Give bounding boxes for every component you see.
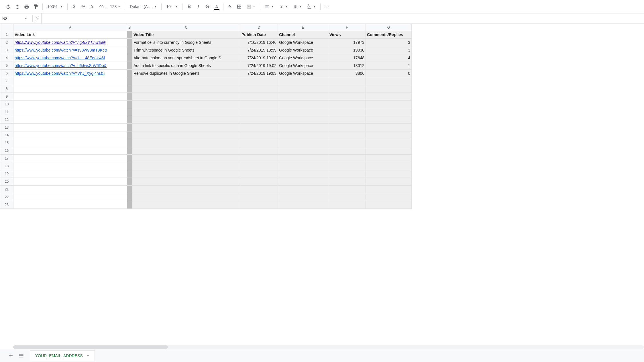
column-header[interactable]: F xyxy=(328,24,366,31)
cell[interactable]: 7/16/2019 16:46 xyxy=(240,39,278,46)
decrease-decimal-button[interactable]: .0← xyxy=(88,2,97,11)
cell[interactable] xyxy=(240,85,278,93)
cell[interactable] xyxy=(240,124,278,131)
cell[interactable] xyxy=(127,62,132,70)
cell[interactable]: 3806 xyxy=(328,70,366,77)
cell[interactable] xyxy=(127,155,132,162)
text-color-button[interactable]: A xyxy=(212,2,221,11)
cell[interactable] xyxy=(240,155,278,162)
cell[interactable] xyxy=(366,155,412,162)
cell[interactable] xyxy=(366,124,412,131)
cell[interactable]: 3 xyxy=(366,46,412,54)
cell[interactable]: 1 xyxy=(366,62,412,70)
cell[interactable] xyxy=(240,101,278,108)
cell[interactable]: Google Workspace xyxy=(278,54,328,62)
cell[interactable]: Google Workspace xyxy=(278,62,328,70)
cell[interactable] xyxy=(127,193,132,201)
cell[interactable] xyxy=(240,93,278,101)
row-header[interactable]: 22 xyxy=(0,193,13,201)
row-header[interactable]: 14 xyxy=(0,131,13,139)
zoom-select[interactable]: 100% ▼ xyxy=(45,2,65,11)
cell[interactable] xyxy=(132,170,240,178)
cell[interactable] xyxy=(278,147,328,155)
row-header[interactable]: 11 xyxy=(0,108,13,116)
merge-cells-button[interactable]: ▼ xyxy=(244,2,258,11)
row-header[interactable]: 13 xyxy=(0,124,13,131)
cell[interactable] xyxy=(127,46,132,54)
cell[interactable] xyxy=(240,170,278,178)
column-header[interactable]: G xyxy=(366,24,412,31)
cell[interactable] xyxy=(127,101,132,108)
text-rotation-button[interactable]: ▼ xyxy=(305,2,318,11)
cell[interactable]: https://www.youtube.com/watch?v=b6dwsShV… xyxy=(13,62,127,70)
cell[interactable] xyxy=(328,131,366,139)
row-header[interactable]: 20 xyxy=(0,178,13,186)
cell[interactable] xyxy=(278,93,328,101)
cell[interactable] xyxy=(13,155,127,162)
cell[interactable] xyxy=(13,201,127,209)
cell[interactable] xyxy=(366,77,412,85)
cell[interactable] xyxy=(13,93,127,101)
cell[interactable] xyxy=(13,193,127,201)
row-header[interactable]: 15 xyxy=(0,139,13,147)
cell[interactable] xyxy=(278,201,328,209)
cell[interactable]: Google Workspace xyxy=(278,46,328,54)
cell[interactable]: Publish Date xyxy=(240,31,278,39)
cell[interactable] xyxy=(132,131,240,139)
cell[interactable] xyxy=(127,201,132,209)
row-header[interactable]: 3 xyxy=(0,46,13,54)
row-header[interactable]: 9 xyxy=(0,93,13,101)
cell[interactable] xyxy=(127,170,132,178)
cell[interactable] xyxy=(13,124,127,131)
cell[interactable] xyxy=(132,85,240,93)
cell[interactable] xyxy=(127,186,132,193)
cell[interactable] xyxy=(127,147,132,155)
cell[interactable]: 0 xyxy=(366,70,412,77)
cell[interactable] xyxy=(328,162,366,170)
cell[interactable] xyxy=(366,147,412,155)
cell[interactable] xyxy=(366,193,412,201)
cell[interactable] xyxy=(13,77,127,85)
cell[interactable] xyxy=(127,178,132,186)
cell[interactable] xyxy=(127,54,132,62)
cell[interactable] xyxy=(278,124,328,131)
column-header[interactable]: E xyxy=(278,24,328,31)
cell[interactable] xyxy=(13,170,127,178)
cell[interactable] xyxy=(328,116,366,124)
cell[interactable] xyxy=(278,178,328,186)
undo-button[interactable] xyxy=(4,2,13,11)
percent-button[interactable]: % xyxy=(79,2,88,11)
cell[interactable]: 17973 xyxy=(328,39,366,46)
cell[interactable] xyxy=(132,124,240,131)
cell[interactable] xyxy=(278,116,328,124)
cell[interactable]: Video Link xyxy=(13,31,127,39)
cell[interactable] xyxy=(132,186,240,193)
cell[interactable]: Google Workspace xyxy=(278,39,328,46)
print-button[interactable] xyxy=(22,2,31,11)
cell[interactable] xyxy=(328,186,366,193)
cell[interactable]: 17648 xyxy=(328,54,366,62)
cell[interactable] xyxy=(328,77,366,85)
cell[interactable] xyxy=(127,85,132,93)
cell[interactable] xyxy=(366,93,412,101)
cell[interactable] xyxy=(366,101,412,108)
row-header[interactable]: 2 xyxy=(0,39,13,46)
cell[interactable] xyxy=(132,77,240,85)
cell[interactable] xyxy=(366,201,412,209)
cell[interactable] xyxy=(366,85,412,93)
cell[interactable] xyxy=(366,170,412,178)
paint-format-button[interactable] xyxy=(32,2,40,11)
cell[interactable] xyxy=(132,116,240,124)
cell[interactable] xyxy=(13,178,127,186)
column-header[interactable]: D xyxy=(240,24,278,31)
cell[interactable] xyxy=(328,139,366,147)
cell[interactable] xyxy=(240,186,278,193)
cell[interactable]: Views xyxy=(328,31,366,39)
more-button[interactable]: ⋯ xyxy=(323,2,331,11)
row-header[interactable]: 18 xyxy=(0,162,13,170)
cell[interactable] xyxy=(13,101,127,108)
cell[interactable] xyxy=(132,162,240,170)
row-header[interactable]: 10 xyxy=(0,101,13,108)
strikethrough-button[interactable]: S xyxy=(203,2,212,11)
cell[interactable] xyxy=(328,108,366,116)
